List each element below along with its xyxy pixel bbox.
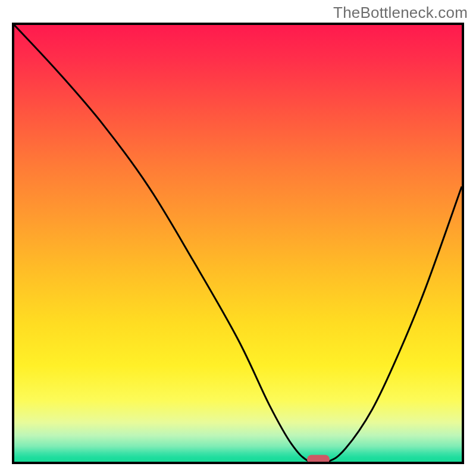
minimum-marker	[307, 455, 330, 464]
watermark-text: TheBottleneck.com	[333, 4, 468, 22]
curve-svg	[14, 25, 462, 462]
chart-container: TheBottleneck.com	[0, 0, 476, 476]
curve-path	[14, 25, 462, 462]
plot-area	[12, 23, 464, 464]
